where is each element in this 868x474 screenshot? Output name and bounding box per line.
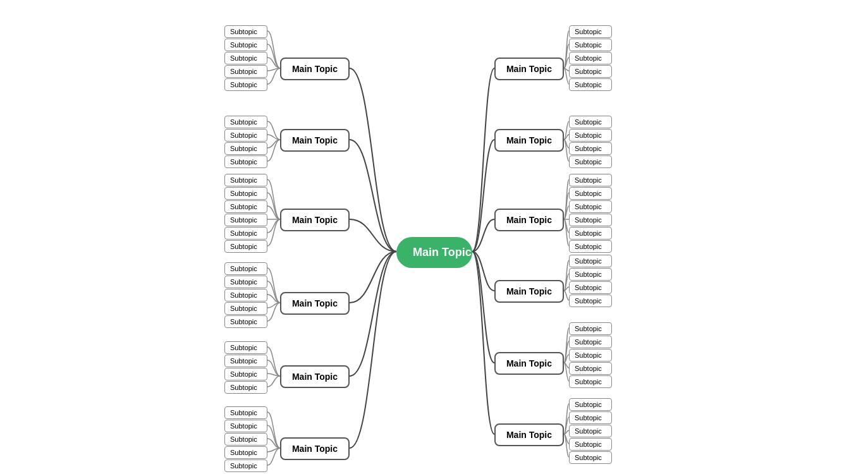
main-topic-left-2[interactable]: Main Topic <box>280 209 350 231</box>
subtopic-left-4-1[interactable]: Subtopic <box>224 355 267 367</box>
main-topic-right-5[interactable]: Main Topic <box>494 423 564 446</box>
subtopic-right-5-3[interactable]: Subtopic <box>569 438 612 451</box>
subtopic-left-4-0[interactable]: Subtopic <box>224 341 267 354</box>
subtopic-left-0-1[interactable]: Subtopic <box>224 39 267 51</box>
subtopic-right-1-3[interactable]: Subtopic <box>569 155 612 168</box>
subtopic-left-3-4[interactable]: Subtopic <box>224 315 267 328</box>
subtopic-right-4-2[interactable]: Subtopic <box>569 349 612 362</box>
subtopic-right-2-1[interactable]: Subtopic <box>569 187 612 200</box>
subtopic-left-3-0[interactable]: Subtopic <box>224 262 267 275</box>
subtopic-left-2-0[interactable]: Subtopic <box>224 174 267 186</box>
subtopic-left-0-3[interactable]: Subtopic <box>224 65 267 78</box>
subtopic-right-4-3[interactable]: Subtopic <box>569 362 612 375</box>
main-topic-left-5[interactable]: Main Topic <box>280 437 350 460</box>
main-topic-right-1[interactable]: Main Topic <box>494 129 564 152</box>
subtopic-left-2-5[interactable]: Subtopic <box>224 240 267 253</box>
subtopic-left-1-2[interactable]: Subtopic <box>224 142 267 155</box>
subtopic-left-3-2[interactable]: Subtopic <box>224 289 267 301</box>
subtopic-right-5-1[interactable]: Subtopic <box>569 411 612 424</box>
subtopic-right-2-3[interactable]: Subtopic <box>569 214 612 226</box>
main-topic-left-0[interactable]: Main Topic <box>280 58 350 80</box>
subtopic-right-4-4[interactable]: Subtopic <box>569 375 612 388</box>
main-topic-right-4[interactable]: Main Topic <box>494 352 564 375</box>
subtopic-left-2-4[interactable]: Subtopic <box>224 227 267 240</box>
subtopic-left-0-0[interactable]: Subtopic <box>224 25 267 38</box>
subtopic-left-5-4[interactable]: Subtopic <box>224 459 267 472</box>
main-topic-left-3[interactable]: Main Topic <box>280 292 350 315</box>
subtopic-left-1-1[interactable]: Subtopic <box>224 129 267 142</box>
main-topic-left-1[interactable]: Main Topic <box>280 129 350 152</box>
subtopic-right-0-4[interactable]: Subtopic <box>569 78 612 91</box>
subtopic-right-2-2[interactable]: Subtopic <box>569 200 612 213</box>
subtopic-left-2-3[interactable]: Subtopic <box>224 214 267 226</box>
subtopic-left-5-0[interactable]: Subtopic <box>224 406 267 419</box>
subtopic-right-5-2[interactable]: Subtopic <box>569 425 612 437</box>
subtopic-left-0-2[interactable]: Subtopic <box>224 52 267 64</box>
subtopic-left-2-1[interactable]: Subtopic <box>224 187 267 200</box>
subtopic-right-0-3[interactable]: Subtopic <box>569 65 612 78</box>
subtopic-right-3-3[interactable]: Subtopic <box>569 295 612 307</box>
subtopic-right-2-0[interactable]: Subtopic <box>569 174 612 186</box>
main-topic-right-2[interactable]: Main Topic <box>494 209 564 231</box>
subtopic-left-5-2[interactable]: Subtopic <box>224 433 267 446</box>
subtopic-right-1-2[interactable]: Subtopic <box>569 142 612 155</box>
subtopic-left-0-4[interactable]: Subtopic <box>224 78 267 91</box>
mindmap-container: Main TopicMain TopicSubtopicSubtopicSubt… <box>0 0 868 474</box>
subtopic-left-5-1[interactable]: Subtopic <box>224 420 267 432</box>
subtopic-right-0-2[interactable]: Subtopic <box>569 52 612 64</box>
subtopic-left-1-0[interactable]: Subtopic <box>224 116 267 128</box>
main-topic-right-0[interactable]: Main Topic <box>494 58 564 80</box>
subtopic-right-1-1[interactable]: Subtopic <box>569 129 612 142</box>
subtopic-right-3-1[interactable]: Subtopic <box>569 268 612 281</box>
subtopic-right-2-5[interactable]: Subtopic <box>569 240 612 253</box>
subtopic-left-5-3[interactable]: Subtopic <box>224 446 267 459</box>
subtopic-left-1-3[interactable]: Subtopic <box>224 155 267 168</box>
subtopic-right-0-0[interactable]: Subtopic <box>569 25 612 38</box>
subtopic-left-3-3[interactable]: Subtopic <box>224 302 267 315</box>
main-topic-right-3[interactable]: Main Topic <box>494 280 564 303</box>
main-topic-left-4[interactable]: Main Topic <box>280 365 350 388</box>
subtopic-right-3-0[interactable]: Subtopic <box>569 255 612 267</box>
subtopic-left-4-2[interactable]: Subtopic <box>224 368 267 380</box>
subtopic-right-0-1[interactable]: Subtopic <box>569 39 612 51</box>
subtopic-right-2-4[interactable]: Subtopic <box>569 227 612 240</box>
subtopic-right-5-4[interactable]: Subtopic <box>569 451 612 464</box>
subtopic-right-5-0[interactable]: Subtopic <box>569 398 612 411</box>
subtopic-right-3-2[interactable]: Subtopic <box>569 281 612 294</box>
subtopic-right-4-0[interactable]: Subtopic <box>569 322 612 335</box>
subtopic-right-1-0[interactable]: Subtopic <box>569 116 612 128</box>
subtopic-left-2-2[interactable]: Subtopic <box>224 200 267 213</box>
subtopic-left-3-1[interactable]: Subtopic <box>224 276 267 288</box>
center-node[interactable]: Main Topic <box>396 237 472 268</box>
subtopic-right-4-1[interactable]: Subtopic <box>569 336 612 348</box>
subtopic-left-4-3[interactable]: Subtopic <box>224 381 267 394</box>
